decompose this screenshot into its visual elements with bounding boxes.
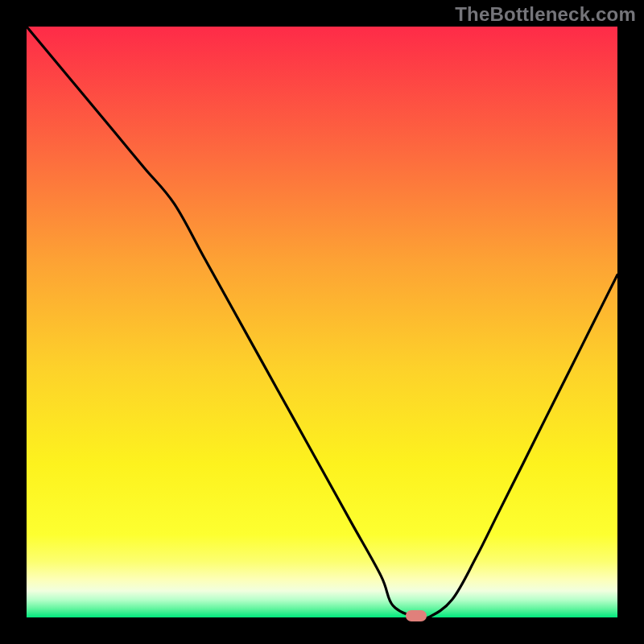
watermark-text: TheBottleneck.com [455,3,636,26]
chart-frame: TheBottleneck.com [0,0,644,644]
optimum-marker [406,610,427,621]
gradient-background [27,27,617,617]
plot-area [27,27,617,617]
chart-svg [27,27,617,617]
